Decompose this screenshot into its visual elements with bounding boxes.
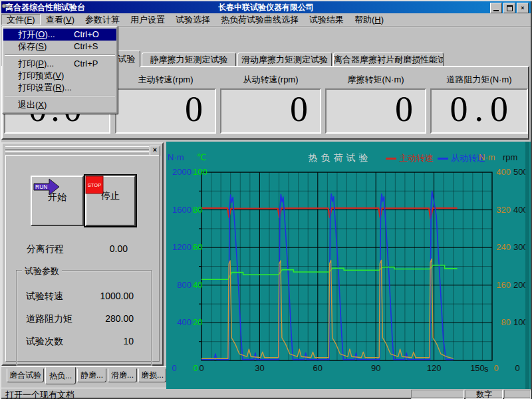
legend-label-drive-speed: 主动转速 [399, 152, 434, 164]
display-label: 摩擦转矩(N·m) [325, 68, 426, 88]
axis-tick-label: 20 [193, 318, 209, 327]
axis-tick-label: 1600 [168, 205, 192, 215]
axis-tick-label: 240 [493, 243, 511, 252]
display-value: 0 [325, 88, 426, 134]
file-menu-dropdown: 打开(O)... Ctrl+O 保存(S) Ctrl+S 打印(P)... Ct… [2, 26, 118, 114]
tab-static-friction-test[interactable]: 静摩擦力矩测定试验 [142, 53, 236, 66]
group-legend: 试验参数 [22, 265, 62, 277]
status-pane-num: 数字 [466, 390, 503, 399]
menu-item-user-settings[interactable]: 用户设置 [125, 14, 170, 25]
axis-tick-label: 800 [168, 281, 192, 290]
title-bar[interactable]: 离合器综合性能试验台 长春中联试验仪器有限公司 × [1, 1, 531, 13]
menu-print-preview[interactable]: 打印预览(V) [3, 70, 116, 82]
bottom-tab-thermal[interactable]: 热负... [45, 367, 76, 384]
menu-item-thermal-curve-select[interactable]: 热负荷试验曲线选择 [215, 14, 304, 25]
bottom-tab-run-in[interactable]: 磨合试验 [7, 368, 44, 382]
minimize-button[interactable] [490, 3, 502, 13]
chart-title: 热负荷试验 [297, 152, 383, 164]
status-pane-empty-1 [411, 390, 464, 399]
start-button[interactable]: RUN 开始 [31, 176, 84, 226]
bottom-tab-sliding[interactable]: 滑磨... [108, 368, 137, 382]
left-axis-unit-nm: N·m [168, 152, 184, 162]
display-driven-speed: 从动转速(rpm) 0 [220, 68, 321, 134]
svg-text:RUN: RUN [35, 184, 47, 190]
axis-tick-label: 30 [249, 364, 269, 373]
menu-separator [5, 96, 115, 97]
display-label: 主动转速(rpm) [115, 68, 216, 88]
control-panel: × RUN 开始 STOP 停止 分离行程 0.00 [1, 142, 164, 366]
axis-tick-label: 0 [511, 364, 524, 373]
stop-button-label: 停止 [85, 190, 136, 202]
test-parameters-group: 试验参数 试验转速 1000.00 道路阻力矩 280.00 试验次数 10 [16, 270, 152, 366]
display-label: 从动转速(rpm) [220, 68, 321, 88]
menu-separator [5, 55, 115, 56]
display-value: 0 [115, 88, 216, 134]
chart-right-edge-shade [525, 142, 529, 389]
application-window: 离合器综合性能试验台 长春中联试验仪器有限公司 × 文件(F) 查看(V) 参数… [0, 0, 532, 399]
axis-tick-label: 160 [493, 281, 511, 290]
axis-tick-label: 120 [424, 364, 444, 373]
company-name: 长春中联试验仪器有限公司 [218, 2, 314, 13]
bottom-tab-strip: 磨合试验 热负... 静磨... 滑磨... 磨损... [1, 366, 166, 386]
panel-grip-handle[interactable] [5, 146, 149, 156]
svg-text:STOP: STOP [88, 182, 101, 188]
right-axis-unit-rpm: rpm [503, 152, 517, 162]
menu-print-setup[interactable]: 打印设置(R)... [3, 82, 116, 94]
display-value: 0 [220, 88, 321, 134]
menu-open[interactable]: 打开(O)... Ctrl+O [3, 29, 116, 41]
axis-tick-label: 60 [193, 243, 209, 252]
axis-tick-label: 400 [493, 168, 511, 177]
axis-tick-label: 40 [193, 281, 209, 290]
axis-tick-label: 320 [493, 205, 511, 215]
menu-item-file[interactable]: 文件(F) [1, 14, 41, 25]
axis-tick-label: 0 [168, 364, 181, 373]
axis-tick-label: 80 [493, 318, 511, 327]
axis-tick-label: 400 [168, 318, 192, 327]
menu-item-help[interactable]: 帮助(H) [349, 14, 389, 25]
panel-close-icon[interactable]: × [150, 146, 160, 156]
axis-tick-label: 100 [193, 168, 209, 177]
bottom-tab-static[interactable]: 静磨... [77, 368, 106, 382]
axis-tick-label: 1200 [168, 243, 192, 252]
display-drive-speed: 主动转速(rpm) 0 [115, 68, 216, 134]
menu-item-param-calc[interactable]: 参数计算 [80, 14, 125, 25]
display-label: 道路阻力矩(N·m) [430, 68, 528, 88]
menu-exit[interactable]: 退出(X) [3, 99, 116, 111]
display-road-resistance-torque: 道路阻力矩(N·m) 0.0 [430, 68, 528, 134]
menu-bar: 文件(F) 查看(V) 参数计算 用户设置 试验选择 热负荷试验曲线选择 试验结… [1, 13, 531, 27]
right-axis-unit-nm: N·m [479, 152, 495, 162]
axis-tick-label: 2000 [168, 168, 192, 177]
close-button[interactable]: × [517, 3, 529, 13]
tab-sliding-friction-test[interactable]: 滑动摩擦力矩测定试验 [237, 53, 332, 66]
bottom-tab-wear[interactable]: 磨损... [138, 368, 166, 382]
status-pane-empty-2 [504, 390, 531, 399]
axis-tick-label: 60 [308, 364, 328, 373]
status-message: 打开一个现有文档 [5, 389, 74, 399]
menu-item-test-select[interactable]: 试验选择 [170, 14, 215, 25]
tab-wear-resistance-test[interactable]: 离合器摩擦衬片耐磨损性能试验 [333, 53, 444, 66]
left-axis-unit-celsius: ℃ [197, 152, 207, 162]
axis-tick-label: 90 [366, 364, 386, 373]
stop-button[interactable]: STOP 停止 [84, 174, 137, 227]
menu-print[interactable]: 打印(P)... Ctrl+P [3, 58, 116, 70]
legend-dash-driven [438, 158, 448, 160]
release-stroke-value: 0.00 [88, 243, 128, 254]
chart-canvas [166, 142, 531, 389]
window-title: 离合器综合性能试验台 [5, 2, 85, 13]
menu-item-view[interactable]: 查看(V) [41, 14, 80, 25]
axis-tick-label: 0 [192, 364, 211, 373]
menu-item-test-results[interactable]: 试验结果 [304, 14, 349, 25]
status-bar: 打开一个现有文档 数字 [1, 388, 531, 398]
axis-tick-label: 80 [193, 205, 209, 215]
release-stroke-label: 分离行程 [27, 243, 64, 255]
axis-tick-label: s [484, 364, 492, 374]
legend-dash-drive [386, 158, 396, 160]
restore-button[interactable] [503, 3, 515, 13]
display-value: 0.0 [430, 88, 528, 134]
display-friction-torque: 摩擦转矩(N·m) 0 [325, 68, 426, 134]
menu-save[interactable]: 保存(S) Ctrl+S [3, 41, 116, 53]
thermal-load-chart: N·m ℃ 热负荷试验 主动转速 从动转速 N·m rpm 2000100400… [166, 142, 531, 389]
